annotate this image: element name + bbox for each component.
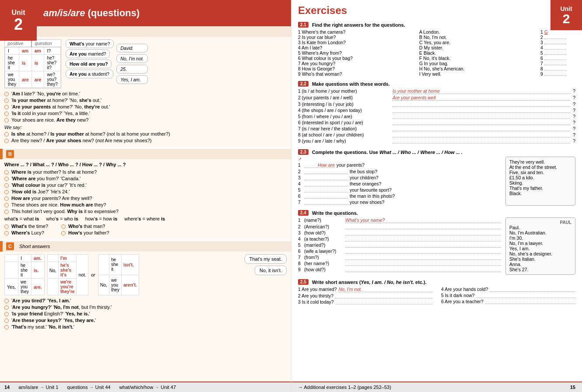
c-example: 'Is your friend English?' 'Yes, he is.' [4, 311, 287, 316]
ans4: 4 [540, 45, 575, 50]
ans8: 8 [540, 66, 575, 71]
ex25-a5 [476, 293, 575, 298]
exercise-2-1: 2.1 Find the right answers for the quest… [298, 22, 575, 77]
bubble-1: What's your name? [66, 39, 114, 48]
isnt-table: hesheit isn't. No, weyouthey aren't. [98, 254, 139, 295]
ex23-filled-3 [304, 175, 348, 180]
c-example: 'Are you tired?' 'Yes, I am.' [4, 298, 287, 303]
exercise-2-4: 2.4 Write the questions. 1 (name?) What'… [298, 210, 575, 275]
ex22-row-4: 4 (the shops / are / open today) ? [298, 108, 575, 113]
ex24-resp-8: Anna. [509, 262, 571, 267]
ans3: 3 [540, 40, 575, 45]
ex23-row-7: 7 your new shoes? [298, 200, 501, 205]
ex24-resp-5: Yes, I am. [509, 246, 571, 251]
ex25-row-5: 5 Is it dark now? [441, 293, 575, 298]
bullet [4, 224, 9, 229]
ex23-row-1: 1 How are your parents? [298, 162, 501, 168]
q5: 5 Where's Amy from? [298, 50, 415, 56]
ans9: 9 [540, 71, 575, 77]
seat-scene: That's my seat. No, it isn't. [143, 254, 287, 275]
ex22-a9 [393, 138, 570, 144]
ex24-resp-1: Paul. [509, 225, 571, 230]
ex23-resp-1: They're very well. [509, 159, 571, 164]
q2: 2 Is your car blue? [298, 35, 415, 40]
bullet [61, 224, 66, 229]
ex24-a5 [345, 242, 501, 248]
ex23-filled-5 [304, 187, 348, 192]
bullet [4, 183, 9, 188]
ex23-filled-6 [304, 193, 348, 199]
ex23-filled-7 [304, 200, 348, 205]
eq3: how's = how is [85, 216, 117, 221]
response-1: David. [116, 44, 147, 52]
ex24-resp-6: No, she's a designer. [509, 251, 571, 256]
yes-table: I am. hesheit is. Yes, weyouthey are. [4, 254, 45, 295]
ex25-col2: 4 Are your hands cold? 5 Is it dark now?… [441, 287, 575, 305]
ex23-row-4: 4 these oranges? [298, 181, 501, 186]
ex22-q3: 3 (interesting / is / your job) [298, 102, 390, 107]
ex24-a1: What's your name? [345, 217, 501, 223]
ex22-q5: 5 (from / where / you / are) [298, 114, 390, 119]
ex25-row-1: 1 Are you married? No, I'm not. [298, 287, 432, 292]
b-example: 'Where are you from?' 'Canada.' [4, 176, 287, 181]
ex24-resp-7: She's Italian. [509, 256, 571, 262]
b-example: Where is your mother? Is she at home? [4, 169, 287, 175]
response-4: Yes, I am. [116, 75, 147, 84]
bullet [4, 139, 9, 143]
ex22-q6: 6 (interested in sport / you / are) [298, 120, 390, 125]
response-3: 25. [116, 65, 147, 74]
ex23-filled-4 [304, 181, 348, 186]
ex24-a9 [345, 267, 501, 272]
q3: 3 Is Kate from London? [298, 40, 415, 45]
bullet [4, 98, 9, 103]
ex24-row-8: 8 (her name?) [298, 261, 501, 266]
we-say-row: Is she at home? / Is your mother at home… [4, 131, 287, 136]
ex24-a6 [345, 248, 501, 254]
q8: 8 How is George? [298, 66, 415, 71]
speech-scene-a: What's your name? Are you married? How o… [66, 39, 287, 84]
ex22-row-3: 3 (interesting / is / your job) ? [298, 102, 575, 107]
ex21-numbers: 1 G 2 3 4 5 6 7 8 9 [540, 29, 575, 77]
short-answer-tables: I am. hesheit is. Yes, weyouthey are. [4, 254, 139, 295]
ex24-questions: 1 (name?) What's your name? 2 (American?… [298, 217, 501, 275]
bullet [4, 231, 9, 235]
we-say-row: Are they new? / Are your shoes new? (not… [4, 138, 287, 143]
ex23-filled-1: How are [304, 162, 335, 168]
section-c-subtitle: Short answers [19, 244, 50, 249]
example-row: Your shoes are nice. Are they new? [4, 117, 287, 122]
bubble-4: Are you a student? [66, 70, 113, 78]
ex24-resp-9: She's 27. [509, 267, 571, 272]
q4: 4 Am I late? [298, 45, 415, 50]
bubble-3: How old are you? [66, 60, 112, 68]
c-example: 'That's my seat.' 'No, it isn't.' [4, 324, 287, 329]
q9: 9 Who's that woman? [298, 71, 415, 77]
ex25-instruction: Write short answers (Yes, I am. / No, he… [312, 280, 427, 285]
we-say: We say: Is she at home? / Is your mother… [4, 125, 287, 143]
ex21-instruction: Find the right answers for the questions… [312, 22, 405, 28]
paul-label: PAUL [509, 220, 571, 225]
ex23-resp-2: At the end of the street. [509, 164, 571, 170]
bullet [61, 231, 66, 235]
q7: 7 Are you hungry? [298, 61, 415, 66]
nav-item-3: what/which/how → Unit 47 [119, 385, 176, 390]
seat-bubble-2: No, it isn't. [255, 266, 287, 275]
ex24-resp-2: No, I'm Australian. [509, 230, 571, 235]
bullet [4, 312, 9, 316]
exercises-header: Exercises [291, 0, 582, 20]
ex22-a5 [393, 114, 570, 119]
ex23-row-3: 3 your children? [298, 175, 501, 180]
ex22-row-8: 8 (at school / are / your children) ? [298, 132, 575, 137]
unit-num-right: 2 [563, 12, 570, 25]
ex24-header: 2.4 Write the questions. [298, 210, 575, 216]
ex24-row-5: 5 (married?) [298, 242, 501, 248]
ex22-q8: 8 (at school / are / your children) [298, 132, 390, 137]
additional-note: → Additional exercises 1–2 (pages 252–53… [298, 385, 391, 390]
b-short-3: Who's that man? [61, 224, 109, 229]
ex25-row-4: 4 Are your hands cold? [441, 287, 575, 292]
ex22-a6 [393, 120, 570, 125]
ex22-a4 [393, 108, 570, 113]
page-title: am/is/are (questions) [37, 0, 291, 26]
ex23-resp-3: Five, six and ten. [509, 170, 571, 175]
ex23-resp-7: Black. [509, 191, 571, 196]
bottom-nav: 14 am/is/are → Unit 1 questions → Unit 4… [0, 382, 291, 392]
